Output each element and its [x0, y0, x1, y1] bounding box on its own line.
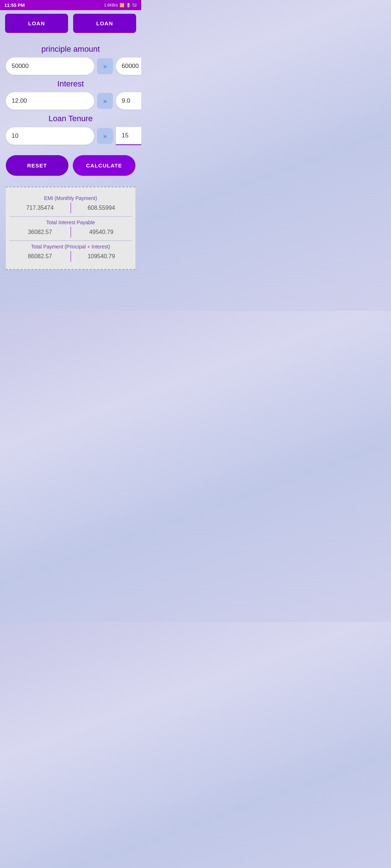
action-buttons: RESET CALCULATE	[6, 155, 135, 176]
results-section: EMI (Monthly Payment) 717.35474 608.5599…	[6, 187, 135, 270]
principle-section: principle amount »	[6, 44, 135, 75]
emi-value-1: 717.35474	[9, 203, 71, 213]
loan-button-2[interactable]: LOAN	[73, 14, 136, 33]
tenure-input-row: »	[6, 127, 135, 145]
main-content: principle amount » Interest » Loan Tenur…	[0, 37, 141, 311]
total-label: Total Payment (Principal + Interest)	[9, 244, 132, 250]
interest-input-2[interactable]	[116, 92, 141, 110]
principle-arrow-btn[interactable]: »	[97, 58, 113, 74]
status-bar: 11:55 PM 1.6KB/s 📶 🔋 52	[0, 0, 141, 10]
network-speed: 1.6KB/s	[104, 3, 118, 7]
total-value-2: 109540.79	[71, 251, 132, 262]
tenure-arrow-btn[interactable]: »	[97, 128, 113, 144]
battery-level: 52	[133, 3, 137, 7]
calculate-button[interactable]: CALCULATE	[73, 155, 135, 176]
reset-button[interactable]: RESET	[6, 155, 68, 176]
principle-input-2[interactable]	[116, 58, 141, 75]
emi-values: 717.35474 608.55994	[9, 203, 132, 217]
principle-title: principle amount	[6, 44, 135, 54]
tenure-title: Loan Tenure	[6, 114, 135, 123]
interest-value-2: 49540.79	[71, 227, 132, 238]
interest-input-row: »	[6, 92, 135, 110]
principle-input-row: »	[6, 58, 135, 75]
emi-label: EMI (Monthly Payment)	[9, 195, 132, 201]
signal-icon: 📶	[119, 3, 125, 8]
header-buttons: LOAN LOAN	[0, 10, 141, 37]
interest-section: Interest »	[6, 79, 135, 110]
interest-label: Total Interest Payable	[9, 220, 132, 225]
tenure-section: Loan Tenure »	[6, 114, 135, 145]
loan-button-1[interactable]: LOAN	[5, 14, 68, 33]
interest-values: 36082.57 49540.79	[9, 227, 132, 241]
status-right: 1.6KB/s 📶 🔋 52	[104, 3, 137, 8]
total-values: 86082.57 109540.79	[9, 251, 132, 263]
emi-value-2: 608.55994	[71, 203, 132, 213]
principle-input-1[interactable]	[6, 58, 94, 75]
tenure-input-2[interactable]	[116, 127, 141, 145]
total-value-1: 86082.57	[9, 251, 71, 262]
interest-title: Interest	[6, 79, 135, 89]
interest-input-1[interactable]	[6, 92, 94, 110]
tenure-input-1[interactable]	[6, 127, 94, 145]
interest-arrow-btn[interactable]: »	[97, 93, 113, 109]
wifi-icon: 🔋	[126, 3, 131, 8]
interest-value-1: 36082.57	[9, 227, 71, 238]
status-time: 11:55 PM	[4, 3, 25, 8]
